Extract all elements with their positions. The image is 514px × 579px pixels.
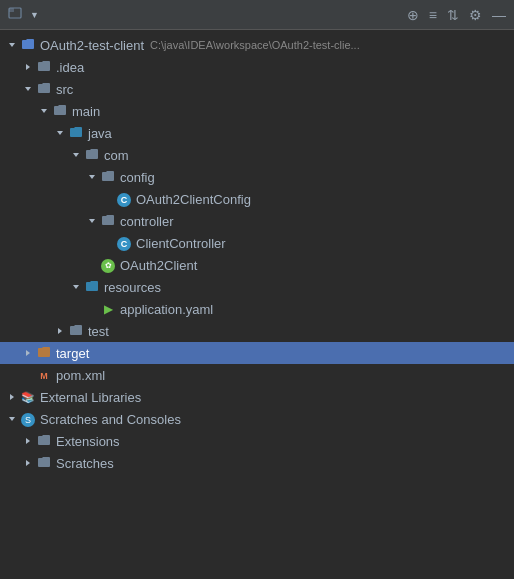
tree-arrow-java[interactable] [52,125,68,141]
add-icon[interactable]: ⊕ [407,7,419,23]
project-tree: OAuth2-test-clientC:\java\IDEA\workspace… [0,30,514,579]
svg-rect-1 [9,8,14,12]
tree-arrow-config[interactable] [84,169,100,185]
tree-arrow-test[interactable] [52,323,68,339]
tree-arrow-controller[interactable] [84,213,100,229]
tree-icon-appyaml: ▶ [100,301,120,318]
svg-marker-16 [26,460,30,466]
tree-arrow-extlibs[interactable] [4,389,20,405]
tree-label-src: src [56,82,73,97]
project-panel-icon [8,6,22,23]
toolbar: ▼ ⊕ ≡ ⇅ ⚙ — [0,0,514,30]
tree-icon-controller [100,212,120,230]
tree-arrow-resources[interactable] [68,279,84,295]
tree-row-src[interactable]: src [0,78,514,100]
tree-label-main: main [72,104,100,119]
tree-sublabel-root: C:\java\IDEA\workspace\OAuth2-test-clie.… [150,39,360,51]
tree-row-resources[interactable]: resources [0,276,514,298]
tree-icon-src [36,80,56,98]
sort-icon[interactable]: ⇅ [447,7,459,23]
tree-row-oauth2clientconfig[interactable]: COAuth2ClientConfig [0,188,514,210]
svg-marker-11 [58,328,62,334]
svg-marker-12 [26,350,30,356]
tree-icon-resources [84,278,104,296]
svg-marker-3 [26,64,30,70]
tree-icon-oauth2clientconfig: C [116,191,136,208]
tree-row-test[interactable]: test [0,320,514,342]
tree-row-appyaml[interactable]: ▶application.yaml [0,298,514,320]
tree-row-java[interactable]: java [0,122,514,144]
tree-label-controller: controller [120,214,173,229]
tree-icon-clientcontroller: C [116,235,136,252]
svg-marker-9 [89,219,95,223]
tree-row-extensions[interactable]: Extensions [0,430,514,452]
tree-icon-scratchesconsoles: S [20,411,40,428]
tree-arrow-com[interactable] [68,147,84,163]
collapse-icon[interactable]: — [492,7,506,23]
tree-icon-pomxml: M [36,367,56,384]
tree-icon-oauth2client: ✿ [100,256,120,274]
tree-label-java: java [88,126,112,141]
tree-label-com: com [104,148,129,163]
tree-icon-root [20,36,40,54]
svg-marker-10 [73,285,79,289]
tree-arrow-root[interactable] [4,37,20,53]
tree-label-appyaml: application.yaml [120,302,213,317]
tree-icon-config [100,168,120,186]
svg-marker-15 [26,438,30,444]
tree-label-extlibs: External Libraries [40,390,141,405]
tree-row-extlibs[interactable]: 📚External Libraries [0,386,514,408]
tree-label-idea: .idea [56,60,84,75]
tree-arrow-extensions[interactable] [20,433,36,449]
tree-icon-extlibs: 📚 [20,389,40,406]
tree-icon-com [84,146,104,164]
svg-marker-4 [25,87,31,91]
tree-label-root: OAuth2-test-client [40,38,144,53]
tree-label-scratches: Scratches [56,456,114,471]
svg-marker-7 [73,153,79,157]
tree-row-controller[interactable]: controller [0,210,514,232]
tree-row-com[interactable]: com [0,144,514,166]
tree-icon-extensions [36,432,56,450]
tree-row-target[interactable]: target [0,342,514,364]
tree-icon-scratches [36,454,56,472]
svg-marker-5 [41,109,47,113]
tree-arrow-idea[interactable] [20,59,36,75]
tree-row-main[interactable]: main [0,100,514,122]
tree-row-scratches[interactable]: Scratches [0,452,514,474]
tree-row-root[interactable]: OAuth2-test-clientC:\java\IDEA\workspace… [0,34,514,56]
tree-row-clientcontroller[interactable]: CClientController [0,232,514,254]
tree-arrow-src[interactable] [20,81,36,97]
tree-row-config[interactable]: config [0,166,514,188]
tree-arrow-main[interactable] [36,103,52,119]
tree-label-target: target [56,346,89,361]
tree-label-oauth2clientconfig: OAuth2ClientConfig [136,192,251,207]
svg-marker-8 [89,175,95,179]
tree-icon-java [68,124,88,142]
toolbar-dropdown-icon[interactable]: ▼ [30,10,39,20]
svg-marker-14 [9,417,15,421]
tree-label-oauth2client: OAuth2Client [120,258,197,273]
tree-row-idea[interactable]: .idea [0,56,514,78]
tree-icon-main [52,102,72,120]
sync-icon[interactable]: ≡ [429,7,437,23]
tree-icon-test [68,322,88,340]
tree-row-oauth2client[interactable]: ✿OAuth2Client [0,254,514,276]
tree-label-extensions: Extensions [56,434,120,449]
tree-arrow-scratchesconsoles[interactable] [4,411,20,427]
tree-arrow-target[interactable] [20,345,36,361]
tree-label-config: config [120,170,155,185]
tree-row-pomxml[interactable]: Mpom.xml [0,364,514,386]
svg-marker-13 [10,394,14,400]
tree-label-test: test [88,324,109,339]
tree-label-clientcontroller: ClientController [136,236,226,251]
tree-label-scratchesconsoles: Scratches and Consoles [40,412,181,427]
tree-row-scratchesconsoles[interactable]: SScratches and Consoles [0,408,514,430]
settings-icon[interactable]: ⚙ [469,7,482,23]
tree-icon-idea [36,58,56,76]
svg-marker-2 [9,43,15,47]
tree-label-resources: resources [104,280,161,295]
tree-icon-target [36,344,56,362]
tree-label-pomxml: pom.xml [56,368,105,383]
tree-arrow-scratches[interactable] [20,455,36,471]
